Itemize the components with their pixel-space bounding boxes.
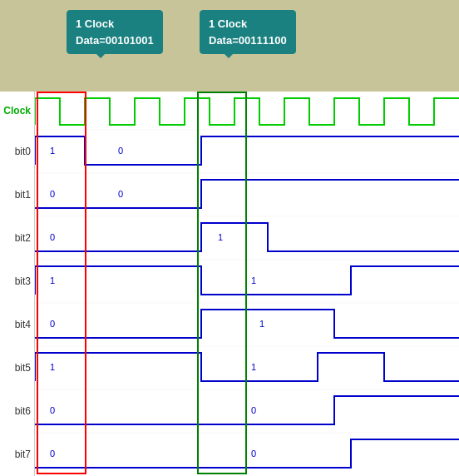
tooltip2-line2: Data=00111100 xyxy=(209,34,287,47)
tooltip-1: 1 Clock Data=00101001 xyxy=(67,10,163,54)
waveform-area: Clock bit0 bit1 bit2 bit3 bit4 bit5 bit6 xyxy=(0,92,459,476)
bit0-val2: 0 xyxy=(118,146,123,156)
bit0-wave xyxy=(35,136,459,165)
bit3-val1: 1 xyxy=(50,275,55,285)
bit5-wave xyxy=(35,353,459,381)
label-bit4: bit4 xyxy=(0,303,34,346)
signal-labels: Clock bit0 bit1 bit2 bit3 bit4 bit5 bit6 xyxy=(0,92,35,476)
label-bit6: bit6 xyxy=(0,389,34,433)
bit2-wave xyxy=(35,223,459,251)
waves-container: 1 0 0 0 0 1 1 1 0 1 1 xyxy=(35,92,459,476)
bit7-wave xyxy=(35,439,459,468)
tooltip1-line2: Data=00101001 xyxy=(76,34,154,47)
bit7-val2: 0 xyxy=(251,449,256,459)
label-bit1: bit1 xyxy=(0,173,34,216)
label-bit0: bit0 xyxy=(0,130,34,173)
bit1-wave xyxy=(35,180,459,208)
label-clock: Clock xyxy=(0,92,34,130)
bit4-val1: 0 xyxy=(50,319,55,329)
bit1-val2: 0 xyxy=(118,189,123,199)
bit2-val2: 1 xyxy=(218,232,223,242)
bit4-wave xyxy=(35,310,459,338)
bit5-val2: 1 xyxy=(251,362,256,372)
label-bit2: bit2 xyxy=(0,216,34,260)
tooltip1-line1: 1 Clock xyxy=(76,17,114,30)
bit3-wave xyxy=(35,266,459,295)
bit3-val2: 1 xyxy=(251,275,256,285)
bit6-val2: 0 xyxy=(251,405,256,415)
tooltip-area: 1 Clock Data=00101001 1 Clock Data=00111… xyxy=(0,0,459,92)
bit0-val1: 1 xyxy=(50,146,55,156)
bit2-val1: 0 xyxy=(50,232,55,242)
bit4-val2: 1 xyxy=(259,319,264,329)
bit5-val1: 1 xyxy=(50,362,55,372)
bit7-val1: 0 xyxy=(50,449,55,459)
tooltip-2: 1 Clock Data=00111100 xyxy=(200,10,296,54)
bit6-wave xyxy=(35,396,459,424)
bit6-val1: 0 xyxy=(50,405,55,415)
bit1-val1: 0 xyxy=(50,189,55,199)
main-container: 1 Clock Data=00101001 1 Clock Data=00111… xyxy=(0,0,459,476)
waveform-svg: 1 0 0 0 0 1 1 1 0 1 1 xyxy=(35,92,459,476)
label-bit7: bit7 xyxy=(0,433,34,476)
tooltip2-line1: 1 Clock xyxy=(209,17,247,30)
label-bit5: bit5 xyxy=(0,346,34,389)
clock-wave xyxy=(35,98,459,125)
label-bit3: bit3 xyxy=(0,260,34,303)
